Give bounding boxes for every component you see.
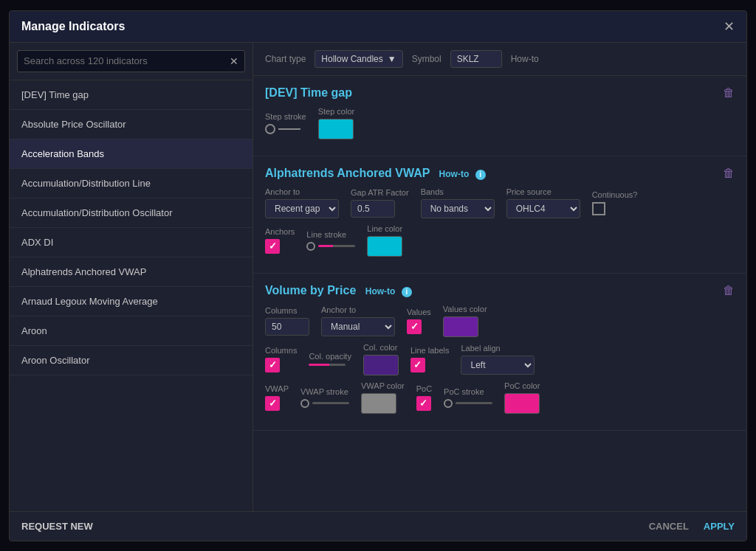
vbp-line-labels-group: Line labels ✓	[410, 346, 450, 372]
anchor-to-group: Anchor to Recent gap	[265, 187, 339, 218]
search-input[interactable]	[24, 55, 230, 66]
anchors-group: Anchors ✓	[265, 227, 295, 254]
step-color-swatch[interactable]	[318, 119, 354, 139]
vbp-columns-input[interactable]	[265, 318, 309, 336]
line-color-group: Line color	[367, 224, 402, 257]
sidebar-item-accum-dist-line[interactable]: Accumulation/Distribution Line	[10, 169, 252, 198]
vbp-col-color-group: Col. color	[363, 343, 399, 375]
sidebar-item-acceleration-bands[interactable]: Acceleration Bands	[10, 139, 252, 169]
vwap-stroke-slider[interactable]	[300, 399, 349, 408]
info-icon-vbp[interactable]: i	[402, 287, 412, 297]
main-content: Chart type Hollow Candles ▼ Symbol How-t…	[253, 43, 746, 511]
vbp-label-align-select[interactable]: Left	[461, 356, 535, 375]
anchor-to-label: Anchor to	[265, 187, 339, 196]
howto-link-vbp[interactable]: How-to	[365, 286, 396, 297]
vbp-columns-group: Columns	[265, 306, 309, 336]
sidebar-item-arnaud[interactable]: Arnaud Legoux Moving Average	[10, 287, 252, 316]
vbp-line-labels-label: Line labels	[410, 346, 450, 355]
vwap-slider-dot	[300, 399, 309, 408]
price-source-group: Price source OHLC4	[506, 187, 580, 218]
sidebar: ✕ [DEV] Time gap Absolute Price Oscillat…	[10, 43, 253, 511]
poc-checkbox[interactable]: ✓	[416, 396, 431, 411]
dev-time-gap-controls-row: Step stroke Step color	[265, 107, 735, 139]
step-stroke-toggle[interactable]	[265, 124, 306, 134]
delete-dev-time-gap-button[interactable]: 🗑	[723, 86, 735, 100]
poc-color-swatch[interactable]	[504, 393, 540, 414]
indicator-title-volume-by-price: Volume by Price How-to i	[265, 284, 735, 297]
bands-select[interactable]: No bands	[421, 199, 495, 218]
search-clear-button[interactable]: ✕	[230, 55, 238, 67]
anchor-to-select[interactable]: Recent gap	[265, 199, 339, 218]
poc-check-label: PoC	[416, 384, 432, 393]
sidebar-item-absolute-price[interactable]: Absolute Price Oscillator	[10, 110, 252, 139]
delete-alphatrends-button[interactable]: 🗑	[723, 167, 735, 180]
sidebar-item-aroon[interactable]: Aroon	[10, 316, 252, 346]
continuous-checkbox[interactable]	[592, 202, 605, 215]
line-stroke-group: Line stroke	[306, 230, 355, 251]
request-new-button[interactable]: REQUEST NEW	[21, 521, 93, 532]
close-button[interactable]: ✕	[724, 20, 735, 33]
delete-volume-by-price-button[interactable]: 🗑	[723, 284, 735, 297]
cancel-button[interactable]: CANCEL	[649, 521, 689, 532]
vwap-controls-row2: Anchors ✓ Line stroke	[265, 224, 735, 257]
footer-actions: CANCEL APPLY	[649, 521, 735, 532]
price-source-label: Price source	[506, 187, 580, 196]
vbp-col-opacity-label: Col. opacity	[309, 352, 351, 361]
indicator-card-volume-by-price: Volume by Price How-to i 🗑 Columns Anch	[253, 274, 746, 431]
search-box: ✕	[10, 43, 252, 80]
symbol-input[interactable]	[450, 50, 502, 68]
vwap-stroke-label: VWAP stroke	[300, 387, 349, 396]
vwap-color-swatch[interactable]	[361, 393, 396, 414]
vwap-checkbox[interactable]: ✓	[265, 396, 280, 411]
poc-color-label: PoC color	[504, 381, 540, 390]
chart-type-label: Chart type	[265, 54, 306, 64]
chevron-down-icon: ▼	[388, 54, 396, 64]
vwap-color-group: VWAP color	[361, 381, 405, 414]
sidebar-item-alphatrends-vwap[interactable]: Alphatrends Anchored VWAP	[10, 257, 252, 287]
vbp-columns2-checkbox[interactable]: ✓	[265, 358, 280, 372]
step-stroke-group: Step stroke	[265, 112, 306, 134]
vbp-columns2-label: Columns	[265, 346, 297, 355]
vwap-check-label: VWAP	[265, 384, 289, 393]
vbp-col-color-label: Col. color	[363, 343, 399, 352]
indicator-title-dev-time-gap: [DEV] Time gap	[265, 86, 735, 100]
sidebar-item-aroon-osc[interactable]: Aroon Oscillator	[10, 346, 252, 375]
modal-body: ✕ [DEV] Time gap Absolute Price Oscillat…	[10, 43, 746, 511]
step-color-label: Step color	[318, 107, 355, 116]
continuous-group: Continuous?	[592, 190, 638, 215]
chart-type-select[interactable]: Hollow Candles ▼	[315, 50, 402, 68]
sidebar-item-accum-dist-osc[interactable]: Accumulation/Distribution Oscillator	[10, 198, 252, 228]
modal-title: Manage Indicators	[21, 20, 125, 33]
sidebar-item-adx-di[interactable]: ADX DI	[10, 228, 252, 257]
anchors-label: Anchors	[265, 227, 295, 236]
sidebar-item-dev-time-gap[interactable]: [DEV] Time gap	[10, 80, 252, 110]
line-color-swatch[interactable]	[367, 236, 402, 257]
apply-button[interactable]: APPLY	[704, 521, 735, 532]
slider-dot-icon	[306, 242, 315, 251]
toggle-line-icon	[278, 128, 300, 130]
vbp-values-color-swatch[interactable]	[443, 316, 478, 337]
poc-stroke-slider[interactable]	[444, 399, 492, 408]
vbp-anchor-select[interactable]: Manual	[321, 317, 395, 336]
gap-atr-input[interactable]	[351, 200, 395, 218]
line-stroke-slider[interactable]	[306, 242, 355, 251]
poc-slider-track	[456, 402, 492, 404]
howto-label: How-to	[511, 54, 539, 64]
vwap-check-group: VWAP ✓	[265, 384, 289, 411]
gap-atr-label: Gap ATR Factor	[351, 188, 409, 197]
anchors-checkbox[interactable]: ✓	[265, 239, 280, 254]
vbp-columns2-group: Columns ✓	[265, 346, 297, 372]
price-source-select[interactable]: OHLC4	[506, 199, 580, 218]
step-color-group: Step color	[318, 107, 355, 139]
vbp-values-checkbox[interactable]: ✓	[407, 319, 422, 334]
indicator-title-alphatrends-vwap: Alphatrends Anchored VWAP How-to i	[265, 167, 735, 180]
howto-link-vwap[interactable]: How-to	[439, 169, 470, 179]
vbp-col-color-swatch[interactable]	[363, 355, 399, 375]
indicator-card-dev-time-gap: [DEV] Time gap 🗑 Step stroke	[253, 76, 746, 156]
poc-color-group: PoC color	[504, 381, 540, 414]
poc-slider-dot	[444, 399, 453, 408]
modal-header: Manage Indicators ✕	[10, 11, 746, 43]
vbp-line-labels-checkbox[interactable]: ✓	[410, 358, 425, 372]
col-opacity-slider[interactable]	[309, 364, 351, 366]
info-icon-vwap[interactable]: i	[475, 170, 486, 180]
